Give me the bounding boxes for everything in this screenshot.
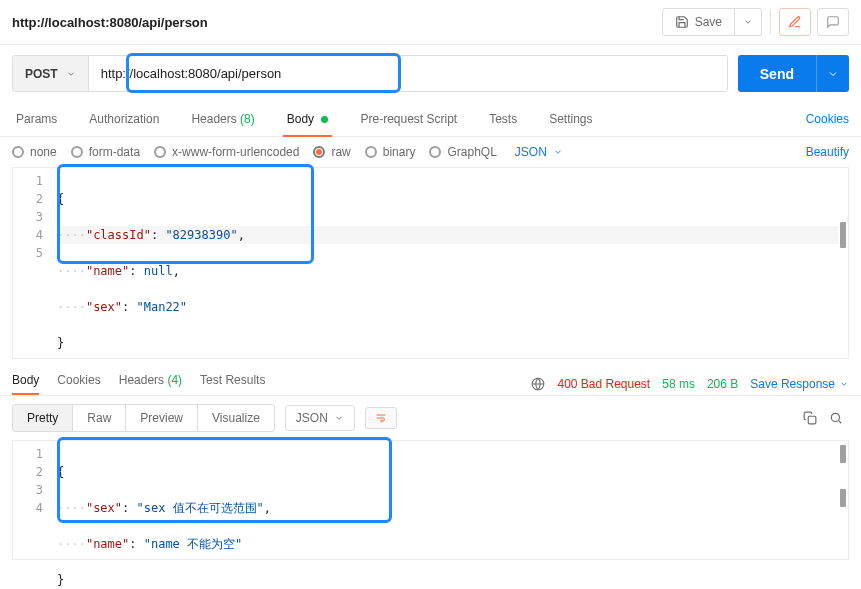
response-body-editor[interactable]: 1 2 3 4 { ····"sex": "sex 值不在可选范围", ····… [12,440,849,560]
response-toolbar: Pretty Raw Preview Visualize JSON [0,395,861,440]
send-dropdown-button[interactable] [816,55,849,92]
tab-headers-label: Headers [191,112,236,126]
radio-icon [154,146,166,158]
tab-params[interactable]: Params [12,102,61,136]
request-title: http://localhost:8080/api/person [12,15,662,30]
radio-binary[interactable]: binary [365,145,416,159]
seg-visualize[interactable]: Visualize [197,405,274,431]
beautify-link[interactable]: Beautify [806,145,849,159]
comment-button[interactable] [817,8,849,36]
raw-format-dropdown[interactable]: JSON [515,145,563,159]
chevron-down-icon [553,147,563,157]
tab-header: http://localhost:8080/api/person Save [0,0,861,45]
request-tabs: Params Authorization Headers (8) Body Pr… [0,102,861,137]
cookies-link[interactable]: Cookies [806,102,849,136]
code-content: { ····"sex": "sex 值不在可选范围", ····"name": … [57,445,848,589]
response-format-dropdown[interactable]: JSON [285,405,355,431]
radio-none-label: none [30,145,57,159]
svg-point-4 [831,413,839,421]
radio-urlencoded[interactable]: x-www-form-urlencoded [154,145,299,159]
tab-authorization[interactable]: Authorization [85,102,163,136]
send-button[interactable]: Send [738,55,816,92]
search-icon [829,411,843,425]
seg-raw[interactable]: Raw [72,405,125,431]
radio-icon [365,146,377,158]
chevron-down-icon [743,17,753,27]
wrap-lines-button[interactable] [365,407,397,429]
radio-graphql[interactable]: GraphQL [429,145,496,159]
chevron-down-icon [827,68,839,80]
seg-pretty[interactable]: Pretty [13,405,72,431]
search-button[interactable] [823,407,849,429]
tab-body[interactable]: Body [283,102,333,136]
code-content: { ····"classId": "82938390", ····"name":… [57,172,848,388]
radio-formdata[interactable]: form-data [71,145,140,159]
response-format-label: JSON [296,411,328,425]
svg-line-5 [839,421,842,424]
edit-button[interactable] [779,8,811,36]
save-icon [675,15,689,29]
save-dropdown-button[interactable] [735,8,762,36]
tab-headers[interactable]: Headers (8) [187,102,258,136]
svg-rect-3 [808,416,816,424]
method-select[interactable]: POST [13,56,89,91]
tab-tests[interactable]: Tests [485,102,521,136]
save-button[interactable]: Save [662,8,735,36]
radio-icon [71,146,83,158]
radio-raw-label: raw [331,145,350,159]
wrap-icon [374,412,388,424]
copy-button[interactable] [797,407,823,429]
view-mode-segment: Pretty Raw Preview Visualize [12,404,275,432]
radio-graphql-label: GraphQL [447,145,496,159]
send-button-group: Send [738,55,849,92]
radio-none[interactable]: none [12,145,57,159]
seg-preview[interactable]: Preview [125,405,197,431]
comment-icon [826,15,840,29]
copy-icon [803,411,817,425]
radio-icon [12,146,24,158]
tab-settings[interactable]: Settings [545,102,596,136]
radio-urlencoded-label: x-www-form-urlencoded [172,145,299,159]
request-body-editor[interactable]: 1 2 3 4 5 { ····"classId": "82938390", ·… [12,167,849,359]
send-label: Send [760,66,794,82]
tab-prerequest[interactable]: Pre-request Script [356,102,461,136]
raw-format-label: JSON [515,145,547,159]
request-bar: POST Send [0,45,861,102]
save-button-group: Save [662,8,762,36]
divider [770,10,771,34]
method-url-group: POST [12,55,728,92]
chevron-down-icon [66,69,76,79]
radio-icon [429,146,441,158]
radio-formdata-label: form-data [89,145,140,159]
line-gutter: 1 2 3 4 [13,445,57,589]
body-type-options: none form-data x-www-form-urlencoded raw… [0,137,861,167]
radio-raw[interactable]: raw [313,145,350,159]
radio-icon [313,146,325,158]
chevron-down-icon [334,413,344,423]
modified-dot-icon [321,116,328,123]
headers-count: (8) [240,112,255,126]
save-label: Save [695,15,722,29]
pencil-icon [788,15,802,29]
method-label: POST [25,67,58,81]
radio-binary-label: binary [383,145,416,159]
line-gutter: 1 2 3 4 5 [13,172,57,388]
tab-body-label: Body [287,112,314,126]
url-input[interactable] [89,56,727,91]
